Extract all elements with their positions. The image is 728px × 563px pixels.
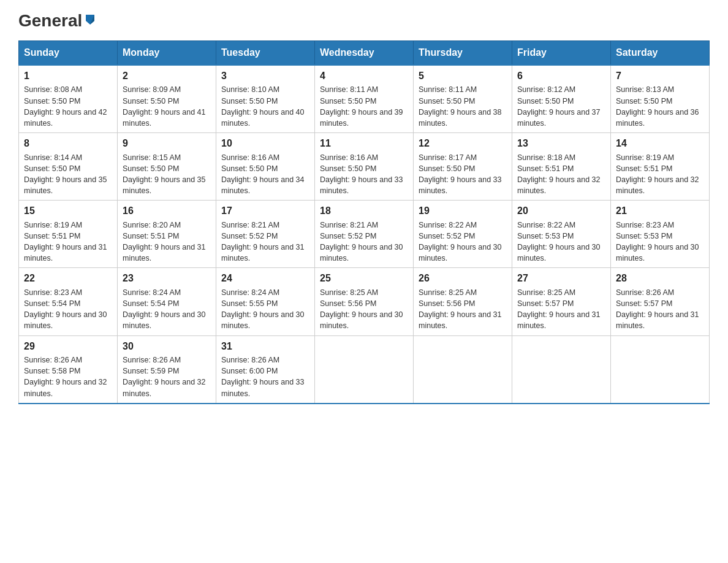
- calendar-cell: 30 Sunrise: 8:26 AMSunset: 5:59 PMDaylig…: [118, 335, 216, 404]
- calendar-cell: 20 Sunrise: 8:22 AMSunset: 5:53 PMDaylig…: [512, 201, 611, 268]
- calendar-cell: 2 Sunrise: 8:09 AMSunset: 5:50 PMDayligh…: [118, 65, 216, 133]
- day-info: Sunrise: 8:26 AMSunset: 6:00 PMDaylight:…: [221, 356, 305, 398]
- day-number: 29: [24, 340, 112, 353]
- calendar-week-row: 15 Sunrise: 8:19 AMSunset: 5:51 PMDaylig…: [19, 201, 710, 268]
- logo-arrow-icon: [83, 12, 97, 26]
- calendar-week-row: 1 Sunrise: 8:08 AMSunset: 5:50 PMDayligh…: [19, 65, 710, 133]
- calendar-cell: [611, 335, 710, 404]
- day-info: Sunrise: 8:19 AMSunset: 5:51 PMDaylight:…: [616, 153, 699, 196]
- page-header: General: [18, 12, 710, 28]
- calendar-week-row: 29 Sunrise: 8:26 AMSunset: 5:58 PMDaylig…: [19, 335, 710, 404]
- calendar-cell: 3 Sunrise: 8:10 AMSunset: 5:50 PMDayligh…: [216, 65, 315, 133]
- calendar-cell: 6 Sunrise: 8:12 AMSunset: 5:50 PMDayligh…: [512, 65, 611, 133]
- day-number: 3: [221, 69, 309, 83]
- day-info: Sunrise: 8:26 AMSunset: 5:58 PMDaylight:…: [24, 356, 107, 398]
- weekday-header-sunday: Sunday: [19, 41, 118, 66]
- day-number: 20: [517, 204, 605, 218]
- weekday-header-thursday: Thursday: [414, 41, 512, 66]
- calendar-cell: 1 Sunrise: 8:08 AMSunset: 5:50 PMDayligh…: [19, 65, 118, 133]
- day-number: 2: [123, 69, 211, 83]
- day-info: Sunrise: 8:14 AMSunset: 5:50 PMDaylight:…: [24, 153, 107, 196]
- day-number: 7: [616, 69, 704, 83]
- day-info: Sunrise: 8:19 AMSunset: 5:51 PMDaylight:…: [24, 221, 107, 263]
- day-number: 28: [616, 272, 704, 285]
- weekday-header-row: SundayMondayTuesdayWednesdayThursdayFrid…: [19, 41, 710, 66]
- day-info: Sunrise: 8:08 AMSunset: 5:50 PMDaylight:…: [24, 85, 107, 128]
- day-number: 24: [221, 272, 309, 285]
- calendar-cell: 7 Sunrise: 8:13 AMSunset: 5:50 PMDayligh…: [611, 65, 710, 133]
- day-info: Sunrise: 8:25 AMSunset: 5:56 PMDaylight:…: [419, 288, 502, 331]
- day-number: 10: [221, 137, 309, 150]
- day-number: 22: [24, 272, 112, 285]
- calendar-cell: 16 Sunrise: 8:20 AMSunset: 5:51 PMDaylig…: [118, 201, 216, 268]
- calendar-cell: 19 Sunrise: 8:22 AMSunset: 5:52 PMDaylig…: [414, 201, 512, 268]
- day-info: Sunrise: 8:23 AMSunset: 5:53 PMDaylight:…: [616, 221, 699, 263]
- calendar-cell: 17 Sunrise: 8:21 AMSunset: 5:52 PMDaylig…: [216, 201, 315, 268]
- day-info: Sunrise: 8:21 AMSunset: 5:52 PMDaylight:…: [221, 221, 305, 263]
- day-info: Sunrise: 8:18 AMSunset: 5:51 PMDaylight:…: [517, 153, 601, 196]
- day-number: 19: [419, 204, 507, 218]
- day-info: Sunrise: 8:24 AMSunset: 5:54 PMDaylight:…: [123, 288, 206, 331]
- day-number: 17: [221, 204, 309, 218]
- day-info: Sunrise: 8:16 AMSunset: 5:50 PMDaylight:…: [320, 153, 403, 196]
- day-info: Sunrise: 8:10 AMSunset: 5:50 PMDaylight:…: [221, 85, 305, 128]
- calendar-cell: 23 Sunrise: 8:24 AMSunset: 5:54 PMDaylig…: [118, 268, 216, 335]
- day-info: Sunrise: 8:24 AMSunset: 5:55 PMDaylight:…: [221, 288, 305, 331]
- day-number: 16: [123, 204, 211, 218]
- calendar-cell: 14 Sunrise: 8:19 AMSunset: 5:51 PMDaylig…: [611, 133, 710, 201]
- calendar-cell: 15 Sunrise: 8:19 AMSunset: 5:51 PMDaylig…: [19, 201, 118, 268]
- day-number: 6: [517, 69, 605, 83]
- day-number: 14: [616, 137, 704, 150]
- day-info: Sunrise: 8:21 AMSunset: 5:52 PMDaylight:…: [320, 221, 403, 263]
- calendar-cell: 24 Sunrise: 8:24 AMSunset: 5:55 PMDaylig…: [216, 268, 315, 335]
- calendar-cell: 31 Sunrise: 8:26 AMSunset: 6:00 PMDaylig…: [216, 335, 315, 404]
- calendar-cell: 28 Sunrise: 8:26 AMSunset: 5:57 PMDaylig…: [611, 268, 710, 335]
- weekday-header-saturday: Saturday: [611, 41, 710, 66]
- day-number: 26: [419, 272, 507, 285]
- day-number: 11: [320, 137, 408, 150]
- day-number: 1: [24, 69, 112, 83]
- day-info: Sunrise: 8:22 AMSunset: 5:52 PMDaylight:…: [419, 221, 502, 263]
- calendar-cell: 4 Sunrise: 8:11 AMSunset: 5:50 PMDayligh…: [315, 65, 414, 133]
- day-info: Sunrise: 8:23 AMSunset: 5:54 PMDaylight:…: [24, 288, 107, 331]
- day-info: Sunrise: 8:15 AMSunset: 5:50 PMDaylight:…: [123, 153, 206, 196]
- day-number: 18: [320, 204, 408, 218]
- calendar-cell: 11 Sunrise: 8:16 AMSunset: 5:50 PMDaylig…: [315, 133, 414, 201]
- calendar-cell: 18 Sunrise: 8:21 AMSunset: 5:52 PMDaylig…: [315, 201, 414, 268]
- day-number: 8: [24, 137, 112, 150]
- calendar-cell: 22 Sunrise: 8:23 AMSunset: 5:54 PMDaylig…: [19, 268, 118, 335]
- day-number: 21: [616, 204, 704, 218]
- calendar-cell: 5 Sunrise: 8:11 AMSunset: 5:50 PMDayligh…: [414, 65, 512, 133]
- day-info: Sunrise: 8:16 AMSunset: 5:50 PMDaylight:…: [221, 153, 305, 196]
- day-info: Sunrise: 8:25 AMSunset: 5:56 PMDaylight:…: [320, 288, 403, 331]
- day-info: Sunrise: 8:11 AMSunset: 5:50 PMDaylight:…: [419, 85, 502, 128]
- calendar-cell: 9 Sunrise: 8:15 AMSunset: 5:50 PMDayligh…: [118, 133, 216, 201]
- day-info: Sunrise: 8:17 AMSunset: 5:50 PMDaylight:…: [419, 153, 502, 196]
- day-number: 9: [123, 137, 211, 150]
- day-number: 4: [320, 69, 408, 83]
- calendar-cell: 21 Sunrise: 8:23 AMSunset: 5:53 PMDaylig…: [611, 201, 710, 268]
- calendar-cell: 25 Sunrise: 8:25 AMSunset: 5:56 PMDaylig…: [315, 268, 414, 335]
- day-number: 27: [517, 272, 605, 285]
- day-number: 31: [221, 340, 309, 353]
- calendar-cell: [315, 335, 414, 404]
- day-info: Sunrise: 8:11 AMSunset: 5:50 PMDaylight:…: [320, 85, 403, 128]
- weekday-header-wednesday: Wednesday: [315, 41, 414, 66]
- calendar-week-row: 8 Sunrise: 8:14 AMSunset: 5:50 PMDayligh…: [19, 133, 710, 201]
- calendar-table: SundayMondayTuesdayWednesdayThursdayFrid…: [18, 40, 710, 404]
- weekday-header-monday: Monday: [118, 41, 216, 66]
- day-number: 12: [419, 137, 507, 150]
- calendar-week-row: 22 Sunrise: 8:23 AMSunset: 5:54 PMDaylig…: [19, 268, 710, 335]
- calendar-cell: 12 Sunrise: 8:17 AMSunset: 5:50 PMDaylig…: [414, 133, 512, 201]
- day-info: Sunrise: 8:25 AMSunset: 5:57 PMDaylight:…: [517, 288, 601, 331]
- day-number: 25: [320, 272, 408, 285]
- calendar-cell: [414, 335, 512, 404]
- calendar-cell: 13 Sunrise: 8:18 AMSunset: 5:51 PMDaylig…: [512, 133, 611, 201]
- day-info: Sunrise: 8:26 AMSunset: 5:59 PMDaylight:…: [123, 356, 206, 398]
- day-info: Sunrise: 8:26 AMSunset: 5:57 PMDaylight:…: [616, 288, 699, 331]
- weekday-header-tuesday: Tuesday: [216, 41, 315, 66]
- calendar-cell: 26 Sunrise: 8:25 AMSunset: 5:56 PMDaylig…: [414, 268, 512, 335]
- logo: General: [18, 12, 97, 28]
- calendar-cell: 10 Sunrise: 8:16 AMSunset: 5:50 PMDaylig…: [216, 133, 315, 201]
- day-info: Sunrise: 8:09 AMSunset: 5:50 PMDaylight:…: [123, 85, 206, 128]
